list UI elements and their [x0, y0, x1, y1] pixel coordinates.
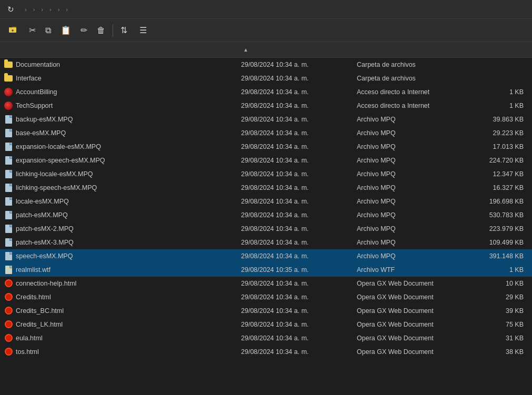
file-modified: 29/08/2024 10:34 a. m.: [237, 307, 353, 315]
breadcrumb-data[interactable]: [53, 8, 57, 11]
file-name-cell: AccountBilling: [0, 88, 237, 96]
file-list-area: ▲ Documentation 29/08/2024 10:34 a. m. C…: [0, 42, 532, 395]
col-type-header[interactable]: [353, 42, 458, 57]
breadcrumb-wow[interactable]: [36, 8, 40, 11]
file-modified: 29/08/2024 10:34 a. m.: [237, 170, 353, 178]
file-type: Opera GX Web Document: [353, 307, 458, 315]
paste-button[interactable]: 📋: [56, 23, 75, 38]
file-name-cell: locale-esMX.MPQ: [0, 197, 237, 206]
file-name-cell: Credits_BC.html: [0, 307, 237, 315]
file-name: connection-help.html: [16, 280, 76, 287]
table-row[interactable]: lichking-locale-esMX.MPQ 29/08/2024 10:3…: [0, 167, 532, 181]
table-row[interactable]: patch-esMX-3.MPQ 29/08/2024 10:34 a. m. …: [0, 236, 532, 249]
file-type: Archivo MPQ: [353, 198, 458, 205]
mpq-file-icon: [4, 170, 13, 178]
view-icon: ☰: [139, 25, 147, 35]
file-name: tos.html: [16, 348, 39, 356]
view-button[interactable]: ☰: [135, 23, 154, 38]
table-row[interactable]: expansion-speech-esMX.MPQ 29/08/2024 10:…: [0, 154, 532, 167]
file-name: expansion-locale-esMX.MPQ: [16, 143, 101, 150]
mpq-file-icon: [4, 225, 13, 233]
file-modified: 29/08/2024 10:34 a. m.: [237, 252, 353, 260]
file-modified: 29/08/2024 10:34 a. m.: [237, 198, 353, 205]
col-modified-header[interactable]: ▲: [237, 42, 353, 57]
mpq-file-icon: [4, 211, 13, 219]
col-size-header[interactable]: [458, 42, 532, 57]
breadcrumb-sep-3: ›: [49, 6, 52, 13]
table-row[interactable]: Credits_LK.html 29/08/2024 10:34 a. m. O…: [0, 318, 532, 331]
breadcrumb-sep-4: ›: [58, 6, 60, 13]
breadcrumb-esmx[interactable]: [61, 8, 65, 11]
internet-shortcut-icon: [4, 102, 13, 110]
table-row[interactable]: TechSupport 29/08/2024 10:34 a. m. Acces…: [0, 99, 532, 113]
breadcrumb: › › › › › ›: [19, 6, 68, 13]
new-folder-button[interactable]: [4, 23, 24, 38]
file-size: 10 KB: [458, 280, 532, 287]
table-row[interactable]: eula.html 29/08/2024 10:34 a. m. Opera G…: [0, 331, 532, 345]
table-row[interactable]: realmlist.wtf 29/08/2024 10:35 a. m. Arc…: [0, 263, 532, 277]
file-name: lichking-locale-esMX.MPQ: [16, 170, 93, 178]
file-type: Acceso directo a Internet: [353, 102, 458, 109]
breadcrumb-this-pc[interactable]: [19, 8, 24, 11]
table-row[interactable]: Credits_BC.html 29/08/2024 10:34 a. m. O…: [0, 304, 532, 318]
file-name-cell: patch-esMX.MPQ: [0, 211, 237, 219]
file-type: Archivo MPQ: [353, 211, 458, 219]
file-name-cell: speech-esMX.MPQ: [0, 252, 237, 260]
table-row[interactable]: expansion-locale-esMX.MPQ 29/08/2024 10:…: [0, 140, 532, 154]
file-type: Acceso directo a Internet: [353, 88, 458, 96]
sort-button[interactable]: ⇅: [116, 23, 134, 38]
file-type: Carpeta de archivos: [353, 61, 458, 68]
refresh-button[interactable]: ↻: [4, 4, 17, 15]
breadcrumb-wow-folder[interactable]: [44, 8, 48, 11]
rename-button[interactable]: ✏: [76, 23, 92, 38]
file-rows-container: Documentation 29/08/2024 10:34 a. m. Car…: [0, 58, 532, 359]
file-size: 1 KB: [458, 102, 532, 109]
table-row[interactable]: patch-esMX.MPQ 29/08/2024 10:34 a. m. Ar…: [0, 208, 532, 222]
file-name-cell: patch-esMX-2.MPQ: [0, 225, 237, 233]
file-modified: 29/08/2024 10:34 a. m.: [237, 239, 353, 246]
table-row[interactable]: base-esMX.MPQ 29/08/2024 10:34 a. m. Arc…: [0, 126, 532, 140]
copy-button[interactable]: ⧉: [41, 23, 55, 38]
file-size: 109.499 KB: [458, 239, 532, 246]
cut-button[interactable]: ✂: [25, 23, 40, 38]
breadcrumb-sep-2: ›: [41, 6, 43, 13]
opera-file-icon: [4, 334, 13, 342]
opera-file-icon: [4, 320, 13, 329]
table-row[interactable]: connection-help.html 29/08/2024 10:34 a.…: [0, 277, 532, 290]
cut-icon: ✂: [29, 25, 36, 35]
more-button[interactable]: [157, 28, 165, 33]
table-row[interactable]: locale-esMX.MPQ 29/08/2024 10:34 a. m. A…: [0, 195, 532, 208]
file-name-cell: lichking-speech-esMX.MPQ: [0, 184, 237, 192]
col-name-header[interactable]: [0, 42, 237, 57]
file-name: Interface: [16, 75, 42, 82]
sort-icon: ⇅: [121, 25, 127, 35]
file-modified: 29/08/2024 10:34 a. m.: [237, 116, 353, 123]
file-name-cell: connection-help.html: [0, 279, 237, 288]
table-row[interactable]: speech-esMX.MPQ 29/08/2024 10:34 a. m. A…: [0, 249, 532, 263]
breadcrumb-sep-1: ›: [33, 6, 35, 13]
table-row[interactable]: backup-esMX.MPQ 29/08/2024 10:34 a. m. A…: [0, 113, 532, 126]
file-name: expansion-speech-esMX.MPQ: [16, 157, 105, 164]
new-folder-icon: [8, 25, 17, 36]
breadcrumb-system-c[interactable]: [28, 8, 32, 11]
table-row[interactable]: patch-esMX-2.MPQ 29/08/2024 10:34 a. m. …: [0, 222, 532, 236]
file-modified: 29/08/2024 10:34 a. m.: [237, 129, 353, 137]
table-row[interactable]: tos.html 29/08/2024 10:34 a. m. Opera GX…: [0, 345, 532, 359]
file-type: Archivo MPQ: [353, 252, 458, 260]
mpq-file-icon: [4, 184, 13, 192]
file-size: 12.347 KB: [458, 170, 532, 178]
table-row[interactable]: Interface 29/08/2024 10:34 a. m. Carpeta…: [0, 72, 532, 85]
file-modified: 29/08/2024 10:34 a. m.: [237, 293, 353, 301]
file-name: Credits.html: [16, 293, 51, 301]
table-row[interactable]: Documentation 29/08/2024 10:34 a. m. Car…: [0, 58, 532, 72]
table-row[interactable]: lichking-speech-esMX.MPQ 29/08/2024 10:3…: [0, 181, 532, 195]
table-row[interactable]: AccountBilling 29/08/2024 10:34 a. m. Ac…: [0, 85, 532, 99]
file-name-cell: base-esMX.MPQ: [0, 129, 237, 137]
folder-icon: [4, 74, 13, 83]
paste-icon: 📋: [61, 25, 71, 35]
file-name: AccountBilling: [16, 88, 57, 96]
delete-button[interactable]: 🗑: [93, 23, 109, 38]
file-type: Opera GX Web Document: [353, 293, 458, 301]
table-row[interactable]: Credits.html 29/08/2024 10:34 a. m. Oper…: [0, 290, 532, 304]
file-type: Archivo MPQ: [353, 184, 458, 191]
